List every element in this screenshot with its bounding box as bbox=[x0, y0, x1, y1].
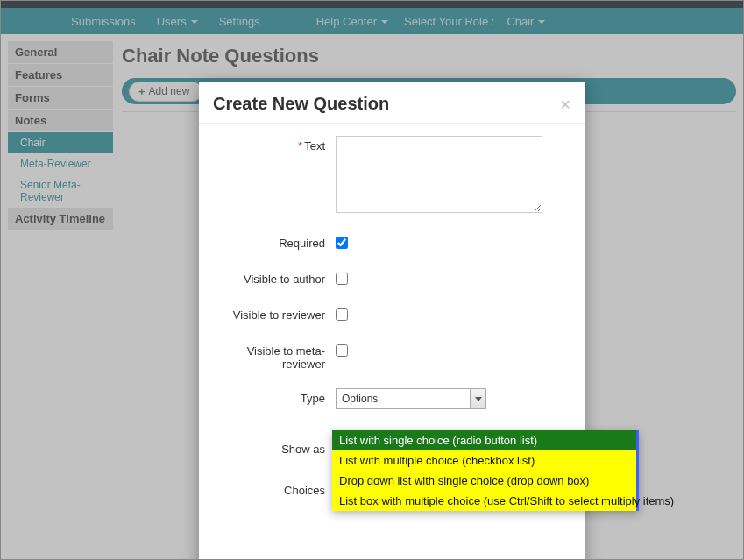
dropdown-option[interactable]: List box with multiple choice (use Ctrl/… bbox=[332, 491, 636, 511]
chevron-down-icon bbox=[470, 389, 485, 408]
dropdown-option[interactable]: List with multiple choice (checkbox list… bbox=[332, 450, 636, 471]
label-choices: Choices bbox=[213, 480, 336, 497]
visible-author-checkbox[interactable] bbox=[336, 273, 348, 285]
dropdown-option[interactable]: Drop down list with single choice (drop … bbox=[332, 471, 636, 491]
label-text: *Text bbox=[213, 136, 336, 152]
dropdown-option[interactable]: List with single choice (radio button li… bbox=[332, 430, 636, 450]
visible-reviewer-checkbox[interactable] bbox=[336, 308, 348, 321]
required-checkbox[interactable] bbox=[336, 237, 348, 249]
text-field[interactable] bbox=[336, 136, 542, 213]
modal-title: Create New Question bbox=[213, 94, 560, 114]
type-select[interactable]: Options bbox=[336, 388, 486, 409]
label-required: Required bbox=[213, 233, 336, 250]
visible-meta-checkbox[interactable] bbox=[336, 344, 348, 357]
label-visible-reviewer: Visible to reviewer bbox=[213, 305, 336, 322]
close-icon[interactable]: × bbox=[560, 96, 570, 113]
type-select-value: Options bbox=[342, 393, 378, 405]
show-as-dropdown: List with single choice (radio button li… bbox=[332, 430, 639, 511]
label-visible-meta: Visible to meta-reviewer bbox=[213, 341, 336, 371]
label-type: Type bbox=[213, 388, 336, 405]
label-show-as: Show as bbox=[213, 439, 336, 456]
label-visible-author: Visible to author bbox=[213, 269, 336, 286]
